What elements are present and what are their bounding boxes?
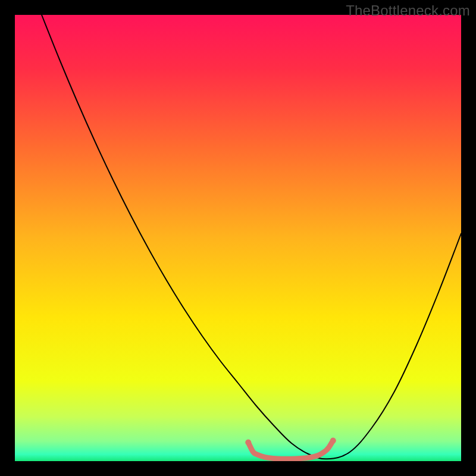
watermark-text: TheBottleneck.com — [346, 2, 470, 19]
optimal-zone-endpoint — [245, 440, 251, 446]
plot-area — [15, 15, 461, 461]
chart-frame: TheBottleneck.com — [0, 0, 476, 476]
chart-svg — [15, 15, 461, 461]
gradient-background — [15, 15, 461, 461]
optimal-zone-endpoint — [330, 438, 336, 444]
